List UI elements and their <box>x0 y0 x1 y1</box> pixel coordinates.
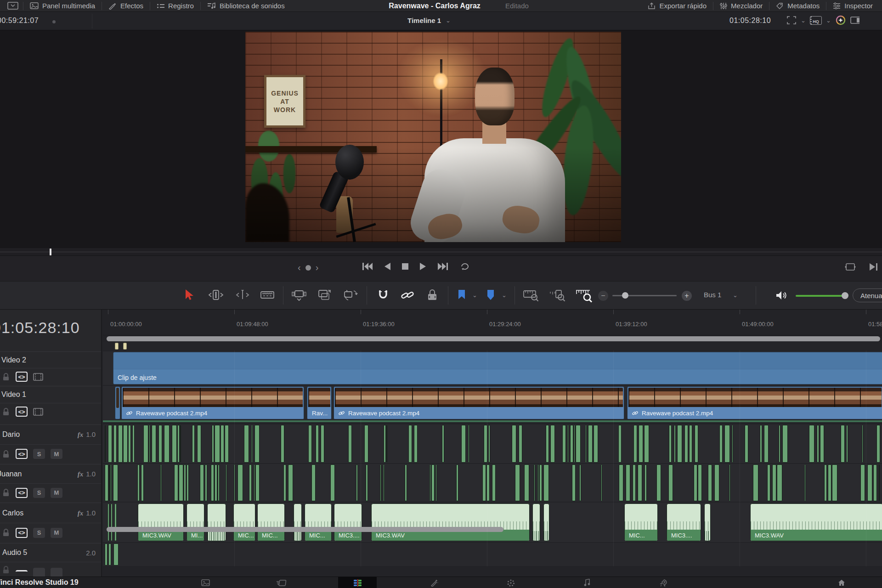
audio-clip-fragment[interactable] <box>546 425 549 463</box>
audio-clip-fragment[interactable] <box>172 425 177 463</box>
custom-zoom-button[interactable] <box>575 289 593 304</box>
audio-clip-fragment[interactable] <box>442 425 444 463</box>
audio-clip-fragment[interactable] <box>576 425 581 463</box>
audio-clip[interactable] <box>207 503 226 541</box>
bus-selector[interactable]: Bus 1 <box>704 291 721 299</box>
audio-clip-fragment[interactable] <box>348 425 352 463</box>
audio-clip-fragment[interactable] <box>321 425 324 463</box>
audio-clip-fragment[interactable] <box>431 464 435 501</box>
audio-clip-fragment[interactable] <box>779 425 780 463</box>
scrub-bar-position-marker[interactable] <box>50 249 51 255</box>
audio-clip-fragment[interactable] <box>383 464 384 501</box>
audio-clip-fragment[interactable] <box>211 464 214 501</box>
lane-video2[interactable]: Clip de ajuste <box>103 351 882 385</box>
chevron-down-icon[interactable]: ⌄ <box>801 17 806 24</box>
audio-clip-fragment[interactable] <box>109 464 110 501</box>
audio-clip-fragment[interactable] <box>184 464 186 501</box>
timeline-zoom-scrollbar[interactable] <box>107 336 880 341</box>
audio-clip-fragment[interactable] <box>283 464 286 501</box>
audio-clip-fragment[interactable] <box>633 425 637 463</box>
track-header-video2[interactable]: Video 2 <> <box>0 351 102 385</box>
audio-clip-fragment[interactable] <box>158 425 162 463</box>
audio-clip-fragment[interactable] <box>405 464 407 501</box>
video-clip[interactable]: Ravewave podcast 2.mp4 <box>334 386 624 419</box>
track-header-audio5[interactable]: Audio 5 2.0 <box>0 543 102 577</box>
audio-clip[interactable] <box>704 503 711 541</box>
audio-clip-fragment[interactable] <box>695 425 698 463</box>
audio-clip-fragment[interactable] <box>669 425 672 463</box>
audio-clip-fragment[interactable] <box>519 425 522 463</box>
audio-clip-fragment[interactable] <box>677 425 682 463</box>
audio-clip-fragment[interactable] <box>105 464 108 501</box>
track-header-video1[interactable]: Video 1 <> <box>0 386 102 420</box>
audio-clip-fragment[interactable] <box>594 425 598 463</box>
video-clip[interactable]: Rav... <box>307 386 332 419</box>
sound-library-button[interactable]: Biblioteca de sonidos <box>201 0 291 11</box>
flag-clip-tool[interactable] <box>457 289 466 301</box>
track-lock-icon[interactable] <box>2 529 10 537</box>
audio-clip[interactable] <box>111 503 113 541</box>
audio-clip-fragment[interactable] <box>108 425 112 463</box>
audio-clip-fragment[interactable] <box>841 425 845 463</box>
audio-clip[interactable]: MIC... <box>624 503 658 541</box>
timeline-ruler[interactable]: 01:00:00:0001:09:48:0001:19:36:0001:29:2… <box>103 310 882 335</box>
audio-clip[interactable] <box>543 503 549 541</box>
audio-clip-fragment[interactable] <box>356 464 358 501</box>
solo-button[interactable]: S <box>33 449 45 459</box>
audio-clip-fragment[interactable] <box>408 425 412 463</box>
audio-clip-fragment[interactable] <box>461 425 466 463</box>
audio-clip-fragment[interactable] <box>414 425 418 463</box>
monitor-volume-slider[interactable] <box>796 295 848 297</box>
audio-clip[interactable] <box>294 503 302 541</box>
solo-button[interactable]: S <box>33 528 45 538</box>
go-to-end-button[interactable] <box>437 262 448 271</box>
chevron-down-icon[interactable]: ⌄ <box>502 292 507 299</box>
audio-clip[interactable]: MI... <box>187 503 204 541</box>
audio-clip-fragment[interactable] <box>251 425 253 463</box>
resolve-fx-sparkle-icon[interactable] <box>835 15 846 26</box>
audio-clip[interactable]: MIC... <box>305 503 332 541</box>
audio-clip-fragment[interactable] <box>366 464 368 501</box>
viewer-zoom-frame-icon[interactable] <box>786 15 797 25</box>
audio-clip-fragment[interactable] <box>537 464 539 501</box>
audio-clip-fragment[interactable] <box>430 464 431 501</box>
insert-clip-tool[interactable] <box>291 289 307 302</box>
audio-clip-fragment[interactable] <box>862 425 863 463</box>
timeline-marker-chip[interactable] <box>115 343 119 350</box>
audio-clip-fragment[interactable] <box>574 425 575 463</box>
audio-clip-fragment[interactable] <box>215 464 217 501</box>
audio-clip-fragment[interactable] <box>316 425 319 463</box>
audio-clip-fragment[interactable] <box>760 425 762 463</box>
audio-clip-fragment[interactable] <box>160 464 162 501</box>
audio-clip[interactable]: MIC3.... <box>667 503 701 541</box>
inspector-button[interactable]: Inspector <box>826 0 879 11</box>
video-clip[interactable] <box>115 386 120 419</box>
audio-clip-fragment[interactable] <box>143 425 148 463</box>
audio-clip-fragment[interactable] <box>572 464 576 501</box>
audio-clip[interactable]: MIC3.WAV <box>750 503 882 541</box>
audio-clip-fragment[interactable] <box>579 464 581 501</box>
audio-clip-fragment[interactable] <box>123 425 128 463</box>
page-deliver-button[interactable] <box>645 577 683 588</box>
audio-clip-fragment[interactable] <box>226 464 227 501</box>
audio-clip-fragment[interactable] <box>237 464 243 501</box>
page-color-button[interactable] <box>492 577 530 588</box>
mute-button[interactable]: M <box>51 449 62 459</box>
trim-edit-mode-tool[interactable] <box>208 289 224 301</box>
audio-clip-fragment[interactable] <box>152 425 156 463</box>
speaker-icon[interactable] <box>775 290 787 301</box>
timeline-marker-row[interactable] <box>103 342 882 351</box>
audio-clip-fragment[interactable] <box>694 464 697 501</box>
audio-clip[interactable]: MIC3.WAV <box>138 503 184 541</box>
audio-clip-fragment[interactable] <box>618 425 622 463</box>
index-button[interactable]: Registro <box>150 0 200 11</box>
chevron-down-icon[interactable]: ⌄ <box>826 17 831 24</box>
audio-clip-fragment[interactable] <box>539 464 542 501</box>
filmstrip-icon[interactable] <box>33 408 43 416</box>
page-cut-button[interactable] <box>262 577 301 588</box>
audio-clip-fragment[interactable] <box>220 425 224 463</box>
selection-mode-tool[interactable] <box>184 289 194 301</box>
audio-clip-fragment[interactable] <box>137 464 140 501</box>
audio-clip-fragment[interactable] <box>288 464 293 501</box>
filmstrip-icon[interactable] <box>33 373 43 381</box>
